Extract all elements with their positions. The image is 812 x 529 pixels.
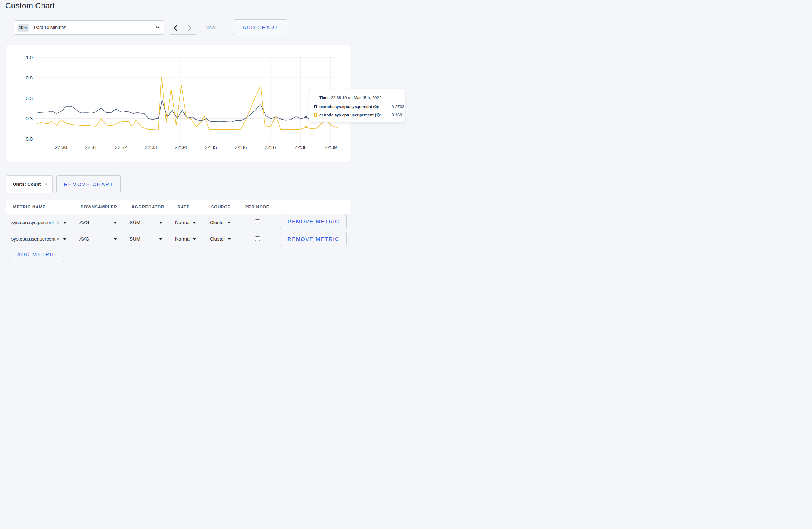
svg-text:22:35: 22:35 [205,145,217,150]
svg-text:22:31: 22:31 [85,145,97,150]
svg-text:0.8: 0.8 [26,75,33,81]
svg-text:0.0: 0.0 [26,136,33,142]
svg-text:22:30: 22:30 [55,145,67,150]
svg-text:22:34: 22:34 [175,145,187,150]
svg-text:22:36: 22:36 [235,145,247,150]
svg-text:0.5: 0.5 [26,96,33,101]
svg-text:22:33: 22:33 [145,145,157,150]
svg-text:1.0: 1.0 [26,55,33,60]
svg-text:22:38: 22:38 [295,145,307,150]
svg-text:22:39: 22:39 [324,145,337,150]
svg-text:22:32: 22:32 [115,145,127,150]
svg-text:0.3: 0.3 [26,116,33,121]
svg-text:22:37: 22:37 [265,145,277,150]
